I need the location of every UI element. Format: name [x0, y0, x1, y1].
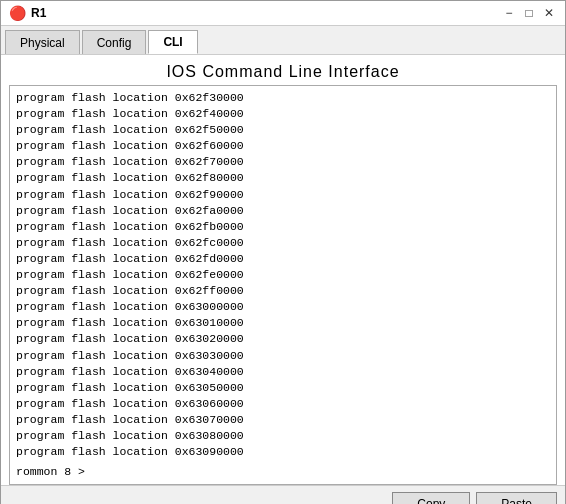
tab-config[interactable]: Config [82, 30, 147, 54]
terminal-line: program flash location 0x62fb0000 [16, 219, 550, 235]
terminal-line: program flash location 0x63050000 [16, 380, 550, 396]
terminal-prompt: rommon 8 > [16, 464, 550, 480]
tab-bar: Physical Config CLI [1, 26, 565, 55]
close-button[interactable]: ✕ [541, 5, 557, 21]
terminal-line: program flash location 0x63060000 [16, 396, 550, 412]
terminal-line: program flash location 0x63090000 [16, 444, 550, 460]
terminal-line: program flash location 0x62f80000 [16, 170, 550, 186]
main-window: 🔴 R1 − □ ✕ Physical Config CLI IOS Comma… [0, 0, 566, 504]
paste-button[interactable]: Paste [476, 492, 557, 504]
terminal-line: program flash location 0x63000000 [16, 299, 550, 315]
bottom-bar: Copy Paste [1, 485, 565, 504]
terminal-line: program flash location 0x62f30000 [16, 90, 550, 106]
title-bar: 🔴 R1 − □ ✕ [1, 1, 565, 26]
terminal-line: program flash location 0x63010000 [16, 315, 550, 331]
content-area: IOS Command Line Interface program flash… [1, 55, 565, 504]
app-icon: 🔴 [9, 5, 25, 21]
terminal-container: program flash location 0x62f30000program… [9, 85, 557, 485]
terminal-line: program flash location 0x62f90000 [16, 187, 550, 203]
terminal-line: program flash location 0x62f40000 [16, 106, 550, 122]
terminal-line: program flash location 0x63020000 [16, 331, 550, 347]
tab-cli[interactable]: CLI [148, 30, 197, 54]
minimize-button[interactable]: − [501, 5, 517, 21]
terminal-line: program flash location 0x62f50000 [16, 122, 550, 138]
cli-heading: IOS Command Line Interface [1, 55, 565, 85]
terminal-line: program flash location 0x63040000 [16, 364, 550, 380]
tab-physical[interactable]: Physical [5, 30, 80, 54]
terminal-line: program flash location 0x63030000 [16, 348, 550, 364]
terminal-line: program flash location 0x63070000 [16, 412, 550, 428]
terminal-line: program flash location 0x62f60000 [16, 138, 550, 154]
window-title: R1 [31, 6, 501, 20]
window-controls: − □ ✕ [501, 5, 557, 21]
terminal-line: program flash location 0x62ff0000 [16, 283, 550, 299]
terminal-line: program flash location 0x62fd0000 [16, 251, 550, 267]
terminal-line: program flash location 0x63080000 [16, 428, 550, 444]
copy-button[interactable]: Copy [392, 492, 470, 504]
terminal-line: program flash location 0x62fe0000 [16, 267, 550, 283]
terminal-line: program flash location 0x62fa0000 [16, 203, 550, 219]
terminal-line: program flash location 0x62fc0000 [16, 235, 550, 251]
maximize-button[interactable]: □ [521, 5, 537, 21]
terminal-output[interactable]: program flash location 0x62f30000program… [10, 86, 556, 484]
terminal-line: program flash location 0x62f70000 [16, 154, 550, 170]
